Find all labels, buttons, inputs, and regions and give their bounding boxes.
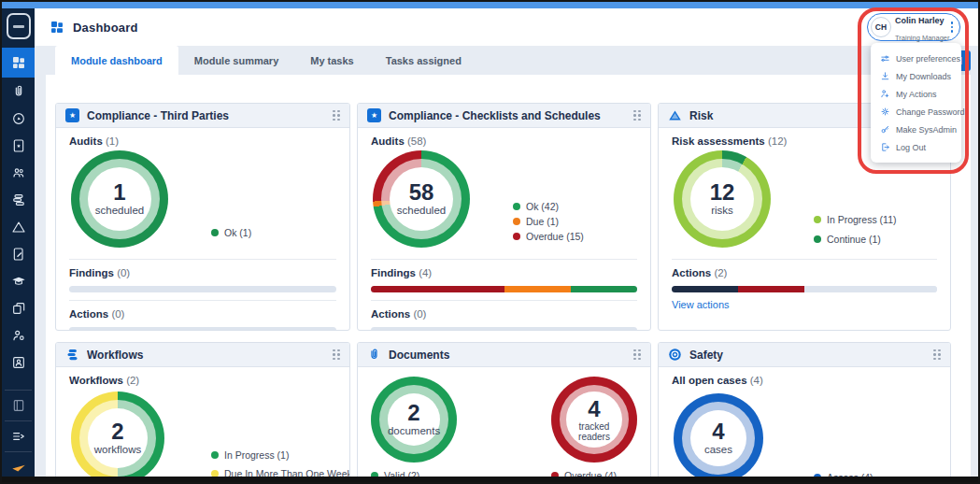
audits-donut-chart: 1scheduled (71, 150, 168, 248)
page-title: Dashboard (73, 21, 138, 35)
shield-icon (668, 348, 682, 362)
sidebar-item-workflows[interactable] (2, 186, 35, 213)
card-documents: Documents 2documents Valid (2) 4tracked … (357, 342, 651, 484)
safety-donut-chart: 4cases (674, 393, 763, 483)
compass-icon (11, 111, 26, 126)
app-window: Development System (0, 0, 980, 484)
logout-icon (880, 142, 890, 152)
drag-handle-icon[interactable] (333, 349, 340, 361)
user-name: Colin Harley (895, 16, 944, 25)
metric-count: (1) (106, 135, 119, 147)
menu-item-make-sysadmin[interactable]: Make SysAdmin (871, 121, 961, 138)
card-title: Compliance - Checklists and Schedules (389, 109, 626, 122)
menu-item-my-actions[interactable]: My Actions (871, 85, 961, 103)
legend-dot (513, 203, 520, 210)
sidebar-item-safety[interactable] (2, 105, 35, 132)
paperclip-icon (367, 348, 381, 362)
sidebar-item-incidents[interactable] (2, 213, 35, 240)
download-icon (880, 71, 890, 81)
documents-donut-chart: 2documents (371, 377, 457, 463)
page-header: Dashboard (35, 8, 978, 46)
card-safety: Safety All open cases (4) 4cases Assess … (658, 342, 951, 484)
actions-bar (69, 327, 336, 331)
document-edit-icon (11, 247, 26, 262)
kebab-menu-icon[interactable] (949, 20, 956, 35)
view-actions-link[interactable]: View actions (672, 299, 730, 310)
actions-bar (371, 327, 637, 331)
person-actions-icon (880, 89, 890, 99)
sidebar-collapse-toggle[interactable] (2, 421, 35, 451)
copies-icon (11, 301, 26, 316)
orange-arrow-icon (10, 459, 27, 476)
card-compliance-third-parties: ★ Compliance - Third Parties Audits (1) … (55, 103, 350, 331)
warning-triangle-icon (11, 220, 26, 235)
sidebar-item-training[interactable] (2, 267, 35, 294)
legend-item: Ok (42) (513, 201, 584, 211)
sidebar-item-dashboard[interactable] (2, 48, 35, 78)
sidebar-nav (2, 48, 35, 376)
tab-module-dashboard[interactable]: Module dashboard (55, 46, 178, 75)
drag-handle-icon[interactable] (333, 110, 340, 121)
sidebar (2, 8, 35, 482)
document-star-icon: ★ (65, 108, 79, 122)
risk-donut-chart: 12risks (674, 150, 771, 248)
legend-item: In Progress (1) (211, 449, 350, 460)
user-chip[interactable]: CH Colin Harley Training Manager (867, 13, 960, 41)
menu-item-log-out[interactable]: Log Out (871, 138, 961, 156)
avatar: CH (871, 17, 891, 37)
metric-label: Audits (69, 135, 103, 147)
sidebar-footer (2, 390, 35, 482)
paperclip-icon (11, 84, 26, 99)
menu-item-change-password[interactable]: Change Password (871, 103, 961, 121)
legend-item: Overdue (15) (513, 231, 584, 241)
layers-icon (65, 348, 79, 362)
user-role: Training Manager (895, 34, 950, 42)
workflows-donut-chart: 2workflows (71, 391, 164, 484)
legend-dot (513, 233, 520, 240)
sidebar-item-profile[interactable] (2, 349, 35, 376)
triangle-icon (668, 108, 682, 122)
graduation-cap-icon (11, 274, 26, 289)
actions-bar (672, 286, 937, 292)
card-compliance-checklists: ★ Compliance - Checklists and Schedules … (357, 103, 651, 331)
menu-item-my-downloads[interactable]: My Downloads (871, 67, 961, 85)
legend-item: Ok (1) (211, 227, 251, 237)
sidebar-item-library[interactable] (2, 391, 35, 420)
book-icon (11, 398, 26, 413)
tab-tasks-assigned[interactable]: Tasks assigned (370, 46, 477, 75)
tracked-readers-donut-chart: 4tracked readers (551, 377, 637, 463)
tab-my-tasks[interactable]: My tasks (294, 46, 369, 75)
drag-handle-icon[interactable] (933, 349, 941, 361)
sidebar-item-audits[interactable] (2, 240, 35, 267)
legend-dot (814, 235, 821, 243)
document-star-icon (11, 138, 26, 153)
card-title: Workflows (87, 349, 325, 362)
person-settings-icon (11, 328, 26, 343)
app-logo (7, 13, 31, 39)
card-title: Compliance - Third Parties (87, 109, 325, 122)
people-icon (11, 165, 26, 180)
page-title-group: Dashboard (50, 20, 138, 35)
legend-item: Due (1) (513, 216, 584, 226)
sidebar-item-compliance[interactable] (2, 132, 35, 159)
key-icon (880, 124, 890, 135)
window-bottom-edge (2, 477, 978, 482)
drag-handle-icon[interactable] (633, 349, 641, 361)
sidebar-item-admin[interactable] (2, 321, 35, 349)
legend-dot (211, 451, 219, 459)
legend-dot (211, 229, 219, 236)
tab-bar: Module dashboard Module summary My tasks… (35, 46, 978, 75)
sidebar-item-documents[interactable] (2, 78, 35, 105)
card-title: Documents (389, 349, 626, 362)
sidebar-item-people[interactable] (2, 159, 35, 186)
tab-module-summary[interactable]: Module summary (178, 46, 294, 75)
menu-item-user-preferences[interactable]: User preferences (871, 50, 961, 67)
person-badge-icon (11, 355, 26, 370)
document-star-icon: ★ (367, 108, 381, 122)
legend-item: In Progress (11) (814, 214, 897, 224)
drag-handle-icon[interactable] (633, 110, 641, 121)
card-title: Safety (689, 349, 926, 362)
findings-bar (69, 286, 336, 292)
password-gear-icon (880, 107, 890, 117)
sidebar-item-records[interactable] (2, 294, 35, 321)
